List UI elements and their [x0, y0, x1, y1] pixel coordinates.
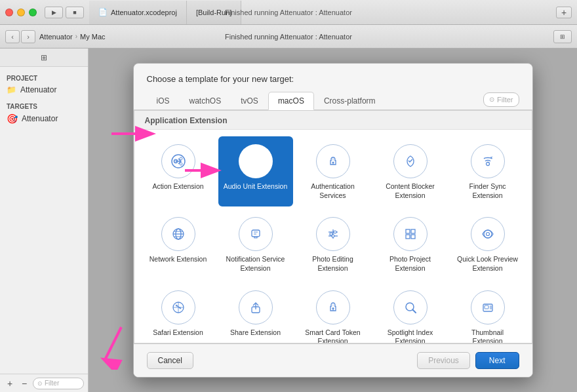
remove-target-button[interactable]: − — [18, 378, 30, 389]
sidebar-bottom: + − ⊙ Filter — [0, 374, 88, 392]
svg-rect-19 — [252, 230, 260, 237]
add-tab-button[interactable]: + — [556, 7, 572, 18]
sidebar-filter-input[interactable]: ⊙ Filter — [33, 378, 84, 389]
ext-spotlight-icon — [393, 290, 428, 324]
svg-point-24 — [334, 231, 336, 233]
ext-quick-look-icon — [471, 217, 505, 251]
previous-button[interactable]: Previous — [417, 352, 470, 369]
ext-auth[interactable]: Authentication Services — [296, 136, 370, 206]
ext-thumbnail[interactable]: Thumbnail Extension — [450, 283, 525, 343]
ext-notification-label: Notification Service Extension — [224, 255, 288, 273]
breadcrumb-separator: › — [75, 33, 77, 40]
target-icon: 🎯 — [7, 113, 18, 124]
inspector-toggle[interactable]: ⊞ — [553, 30, 572, 43]
ext-finder-sync[interactable]: Finder Sync Extension — [450, 136, 525, 206]
ext-content-blocker-label: Content Blocker Extension — [378, 182, 443, 200]
ext-action-label: Action Extension — [152, 182, 203, 191]
svg-rect-28 — [406, 235, 410, 239]
svg-rect-26 — [406, 229, 410, 233]
cancel-button[interactable]: Cancel — [147, 352, 193, 369]
breadcrumb-mac[interactable]: My Mac — [80, 33, 106, 41]
play-button[interactable]: ▶ — [45, 7, 63, 18]
ext-photo-editing[interactable]: Photo Editing Extension — [296, 209, 370, 279]
sidebar-item-project[interactable]: 📁 Attenuator — [0, 83, 88, 96]
tab-bar: 📄 Attenuator.xcodeproj [Build-Run] — [89, 0, 241, 24]
ext-photo-project-icon — [393, 217, 428, 251]
sidebar-toolbar: ⊞ — [0, 49, 88, 67]
ext-audio-label: Audio Unit Extension — [224, 182, 287, 191]
tab-crossplatform[interactable]: Cross-platform — [314, 92, 386, 110]
svg-point-13 — [486, 163, 489, 166]
back-button[interactable]: ‹ — [5, 30, 20, 43]
ext-action-icon — [161, 144, 195, 178]
svg-point-5 — [180, 163, 182, 165]
filter-icon: ⊙ — [37, 380, 43, 387]
main-content: Choose a template for your new target: i… — [89, 49, 577, 392]
ext-smart-card[interactable]: Smart Card Token Extension — [296, 283, 370, 343]
extensions-container: Application Extension — [134, 110, 532, 343]
breadcrumb-attenuator[interactable]: Attenuator — [39, 33, 73, 41]
ext-network-icon — [161, 217, 195, 251]
tab-ios[interactable]: iOS — [147, 92, 180, 110]
ext-thumbnail-label: Thumbnail Extension — [456, 328, 520, 343]
ext-photo-project[interactable]: Photo Project Extension — [373, 209, 448, 279]
ext-photo-editing-label: Photo Editing Extension — [301, 255, 365, 273]
svg-line-42 — [412, 309, 416, 313]
svg-point-25 — [332, 235, 334, 237]
ext-network-label: Network Extension — [149, 255, 207, 264]
project-section-header: PROJECT — [0, 72, 88, 83]
filter-icon2: ⊙ — [489, 96, 494, 103]
ext-content-blocker-icon — [393, 144, 428, 178]
filter-placeholder: Filter — [497, 96, 513, 104]
ext-auth-label: Authentication Services — [301, 182, 365, 200]
toolbar-status: Finished running Attenuator : Attenuator — [225, 33, 352, 41]
ext-notification-icon — [239, 217, 273, 251]
ext-auth-icon — [316, 144, 350, 178]
sidebar-list-icon[interactable]: ⊞ — [37, 52, 51, 64]
toolbar: ‹ › Attenuator › My Mac Finished running… — [0, 25, 577, 49]
ext-network[interactable]: Network Extension — [141, 209, 216, 279]
ext-safari-label: Safari Extension — [153, 328, 203, 338]
tab-macos[interactable]: macOS — [268, 92, 314, 110]
tab-attenuator[interactable]: 📄 Attenuator.xcodeproj — [89, 1, 187, 24]
modal-footer: Cancel Previous Next — [134, 343, 532, 377]
ext-notification[interactable]: Notification Service Extension — [218, 209, 293, 279]
sidebar: ⊞ PROJECT 📁 Attenuator TARGETS 🎯 Attenua… — [0, 49, 89, 392]
titlebar: ▶ ■ 📄 Attenuator.xcodeproj [Build-Run] F… — [0, 0, 577, 25]
ext-thumbnail-icon — [471, 290, 505, 324]
ext-quick-look[interactable]: Quick Look Preview Extension — [450, 209, 525, 279]
close-button[interactable] — [5, 9, 13, 16]
tab-watchos[interactable]: watchOS — [180, 92, 231, 110]
svg-rect-27 — [411, 229, 415, 233]
sidebar-item-target[interactable]: 🎯 Attenuator — [0, 111, 88, 126]
extensions-grid: Action Extension — [134, 130, 532, 343]
modal-overlay: Choose a template for your new target: i… — [89, 49, 577, 392]
file-icon: 📄 — [98, 8, 108, 16]
ext-photo-project-label: Photo Project Extension — [378, 255, 443, 273]
add-target-button[interactable]: + — [4, 378, 16, 389]
stop-button[interactable]: ■ — [66, 7, 84, 18]
ext-content-blocker[interactable]: Content Blocker Extension — [373, 136, 448, 206]
breadcrumb: Attenuator › My Mac — [39, 33, 106, 41]
ext-smart-card-icon — [316, 290, 350, 324]
ext-quick-look-label: Quick Look Preview Extension — [456, 255, 520, 273]
ext-audio-icon — [239, 144, 273, 178]
ext-spotlight[interactable]: Spotlight Index Extension — [373, 283, 448, 343]
zoom-button[interactable] — [29, 9, 37, 16]
ext-safari[interactable]: Safari Extension — [141, 283, 216, 343]
tab-tvos[interactable]: tvOS — [231, 92, 268, 110]
nav-buttons: ‹ › — [5, 30, 35, 43]
minimize-button[interactable] — [17, 9, 25, 16]
ext-share[interactable]: Share Extension — [218, 283, 293, 343]
template-chooser-modal: Choose a template for your new target: i… — [133, 63, 533, 378]
ext-smart-card-label: Smart Card Token Extension — [301, 328, 365, 343]
modal-filter-input[interactable]: ⊙ Filter — [483, 92, 519, 107]
ext-finder-sync-label: Finder Sync Extension — [456, 182, 520, 200]
ext-audio-unit[interactable]: Audio Unit Extension — [218, 136, 293, 206]
ext-action[interactable]: Action Extension — [141, 136, 216, 206]
project-file-icon: 📁 — [7, 85, 16, 94]
ext-share-label: Share Extension — [230, 328, 281, 338]
forward-button[interactable]: › — [21, 30, 35, 43]
ext-spotlight-label: Spotlight Index Extension — [378, 328, 443, 343]
next-button[interactable]: Next — [475, 352, 519, 369]
